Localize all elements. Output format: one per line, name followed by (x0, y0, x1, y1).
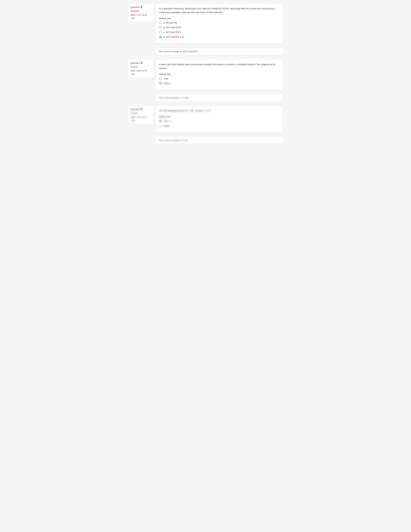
q3-number: Question 3 (130, 61, 152, 65)
q2-status: Incorrect (130, 10, 152, 12)
q2-option-d-text: d. 49.5 and 60.5 (163, 36, 181, 38)
q2-mark: Mark 0.00 out of 1.00 (130, 13, 152, 20)
q4-option-b[interactable]: False (159, 124, 279, 127)
q2-wrong-icon: ✗ (182, 35, 184, 38)
q4-option-a[interactable]: True ✓ (159, 120, 279, 123)
question-4-main: For the following scores, n² = 36. Score… (155, 105, 283, 133)
q2-option-a-text: a. 50 and 59 (163, 21, 177, 24)
q2-option-d[interactable]: d. 49.5 and 60.5 ✗ (159, 35, 279, 38)
question-2-block: Question 2 Incorrect Mark 0.00 out of 1.… (128, 3, 283, 44)
q2-option-c-text: c. 49.5 and 59.5 (163, 31, 181, 33)
q4-radio-b[interactable] (159, 125, 162, 127)
q2-radio-a[interactable] (159, 21, 162, 24)
question-4-sidebar: Question 4 Correct Mark 1.00 out of 1.00 (128, 105, 154, 124)
q3-option-b-text: False ✓ (163, 82, 172, 85)
q3-radio-b[interactable] (159, 82, 162, 85)
q2-number: Question 2 (130, 5, 152, 9)
page-container: Question 2 Incorrect Mark 0.00 out of 1.… (128, 3, 283, 144)
q3-options: True False ✓ (159, 77, 279, 85)
q2-radio-b[interactable] (159, 26, 162, 29)
q2-options: a. 50 and 59 b. 50.5 and 59.5 c. 49.5 an… (159, 21, 279, 38)
q2-select-label: Select one: (159, 17, 279, 20)
question-3-block: Question 3 Correct Mark 1.00 out of 1.00… (128, 59, 283, 90)
q4-mark: Mark 1.00 out of 1.00 (130, 115, 152, 122)
q2-text: In a grouped frequency distribution one … (159, 7, 279, 14)
question-3-sidebar: Question 3 Correct Mark 1.00 out of 1.00 (128, 59, 154, 78)
q2-option-a[interactable]: a. 50 and 59 (159, 21, 279, 24)
q3-text: A stem and leaf display does not provide… (159, 62, 279, 70)
question-2-sidebar: Question 2 Incorrect Mark 0.00 out of 1.… (128, 3, 154, 22)
q3-correct-answer: The correct answer is: False (155, 94, 283, 102)
q4-status: Correct (130, 112, 152, 114)
q4-number: Question 4 (130, 107, 152, 111)
question-4-block: Question 4 Correct Mark 1.00 out of 1.00… (128, 105, 283, 133)
q3-mark: Mark 1.00 out of 1.00 (130, 69, 152, 76)
question-2-main: In a grouped frequency distribution one … (155, 3, 283, 44)
question-3-main: A stem and leaf display does not provide… (155, 59, 283, 90)
q3-option-b[interactable]: False ✓ (159, 82, 279, 85)
q3-radio-a[interactable] (159, 77, 162, 80)
q4-option-b-text: False (163, 124, 169, 127)
q4-option-a-text: True ✓ (163, 120, 171, 123)
q4-correct-answer: The correct answer is: True (155, 136, 283, 144)
q4-select-label: Select one: (159, 115, 279, 118)
q3-select-label: Select one: (159, 73, 279, 76)
q4-radio-a[interactable] (159, 120, 162, 122)
q3-option-a[interactable]: True (159, 77, 279, 80)
q2-option-b[interactable]: b. 50.5 and 59.5 (159, 26, 279, 29)
q3-option-a-text: True (163, 77, 168, 80)
q4-options: True ✓ False (159, 120, 279, 127)
q2-option-b-text: b. 50.5 and 59.5 (163, 26, 181, 29)
q2-radio-c[interactable] (159, 31, 162, 33)
q3-status: Correct (130, 66, 152, 68)
q2-radio-d[interactable] (159, 36, 162, 38)
q4-text: For the following scores, n² = 36. Score… (159, 109, 279, 113)
q2-correct-answer: The correct answer is: 49.5 and 59.5 (155, 48, 283, 55)
q2-option-c[interactable]: c. 49.5 and 59.5 (159, 31, 279, 33)
